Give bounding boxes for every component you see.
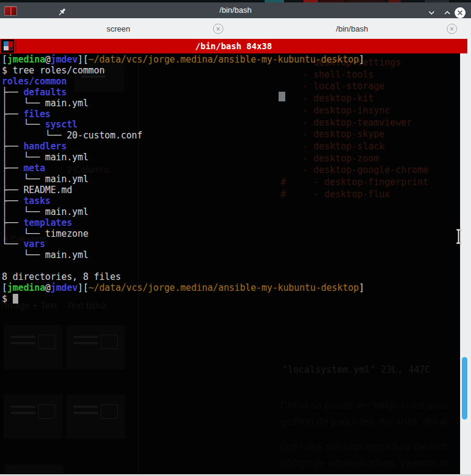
terminal-line: 8 directories, 8 files (2, 272, 364, 283)
pane-header-label: /bin/bash 84x38 (0, 39, 467, 53)
terminal-line: │ └── main.yml (2, 152, 364, 163)
terminal-line: $ tree roles/common (2, 66, 364, 76)
terminal-cursor (13, 294, 18, 304)
maximize-button[interactable] (442, 7, 453, 18)
terminal-screen[interactable]: - desktop-settings - shell-tools - local… (0, 53, 460, 476)
terminal-lines: [jmedina@jmdev][~/data/vcs/jorge.medina/… (2, 55, 364, 305)
terminal-line: │ └── main.yml (2, 98, 364, 109)
terminal-line: │ └── main.yml (2, 174, 364, 185)
tab-bash-close-icon[interactable] (447, 24, 457, 34)
ghost-card (4, 325, 63, 369)
ghost-paragraph-line: Los roles son una estructura de arch (280, 441, 460, 453)
terminal-line: │ └── 20-custom.conf (2, 131, 364, 141)
terminal-line: │ └── main.yml (2, 207, 364, 218)
terminal-line: │ └── timezone (2, 229, 364, 240)
tab-screen-label: screen (106, 24, 130, 33)
terminal-line: [jmedina@jmdev][~/data/vcs/jorge.medina/… (2, 55, 364, 66)
terminal-line: roles/common (2, 76, 364, 87)
konsole-window: /bin/bash screen /bin/bash (0, 0, 471, 476)
terminal-line (2, 261, 364, 272)
terminal-line: └── vars (2, 239, 364, 250)
ghost-paragraph-line: código de infraestructura. Veamos la (280, 457, 460, 469)
ghost-card (66, 325, 125, 369)
ghost-paragraph-line: Como se puede ver tengo roles para (280, 399, 460, 412)
window-title: /bin/bash (0, 2, 471, 18)
terminal-line: [jmedina@jmdev][~/data/vcs/jorge.medina/… (2, 283, 364, 294)
terminal-line: └── main.yml (2, 250, 364, 261)
ghost-card (4, 395, 63, 439)
tabbar: screen /bin/bash (0, 18, 471, 39)
tab-bash-label: /bin/bash (336, 24, 368, 33)
ghost-paragraph-line: gestión de paquetes, del shell, del al (280, 416, 460, 428)
ibeam-mouse-cursor (455, 228, 462, 247)
close-button[interactable] (455, 7, 466, 18)
ghost-vim-statusline: "localsystem.yml" 23L, 447C (282, 364, 430, 375)
ghost-card (66, 395, 125, 439)
terminal-line: ├── tasks (2, 196, 364, 207)
terminal-line: $ (2, 294, 364, 305)
tab-screen[interactable]: screen (0, 18, 237, 39)
scrollbar-handle[interactable] (462, 357, 467, 420)
terminal-line: ├── files (2, 109, 364, 120)
minimize-button[interactable] (426, 7, 437, 18)
titlebar[interactable]: /bin/bash (0, 2, 471, 18)
terminal-line: │ └── sysctl (2, 120, 364, 131)
terminal-line: ├── defaults (2, 87, 364, 98)
terminal-line: ├── README.md (2, 185, 364, 196)
terminal-line: ├── meta (2, 163, 364, 174)
pane-header: /bin/bash 84x38 (0, 39, 467, 53)
terminal-line: ├── templates (2, 218, 364, 229)
tab-bin-bash[interactable]: /bin/bash (237, 18, 467, 39)
terminal-line: ├── handlers (2, 141, 364, 152)
tab-screen-close-icon[interactable] (213, 24, 223, 34)
